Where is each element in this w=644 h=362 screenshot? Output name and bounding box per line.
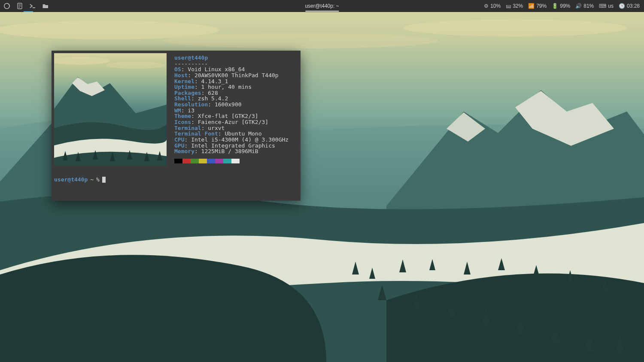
battery-icon: 🔋 bbox=[552, 3, 558, 9]
neofetch-separator: ---------- bbox=[174, 61, 296, 67]
svg-point-2 bbox=[404, 19, 627, 36]
prompt-userhost: user@t440p bbox=[54, 177, 88, 183]
neofetch-line-gpu: GPU: Intel Integrated Graphics bbox=[174, 143, 296, 149]
neofetch-line-uptime: Uptime: 1 hour, 40 mins bbox=[174, 84, 296, 90]
neofetch-line-terminal-font: Terminal Font: Ubuntu Mono bbox=[174, 131, 296, 137]
terminal-icon[interactable] bbox=[29, 3, 36, 9]
neofetch-image bbox=[54, 53, 167, 166]
active-app-indicator bbox=[24, 11, 33, 12]
color-swatch bbox=[182, 159, 191, 163]
top-panel: user@t440p: ~ ⚙10% 🖴32% 📶79% 🔋99% 🔊81% ⌨… bbox=[0, 0, 644, 12]
neofetch-color-swatches bbox=[174, 159, 296, 163]
wifi-icon: 📶 bbox=[528, 3, 535, 9]
color-swatch bbox=[223, 159, 231, 163]
text-editor-icon[interactable] bbox=[16, 3, 23, 9]
neofetch-line-cpu: CPU: Intel i5-4300M (4) @ 3.300GHz bbox=[174, 137, 296, 143]
file-manager-icon[interactable] bbox=[42, 3, 49, 9]
color-swatch bbox=[231, 159, 240, 163]
neofetch-line-icons: Icons: Faience-Azur [GTK2/3] bbox=[174, 119, 296, 125]
battery-status[interactable]: 🔋99% bbox=[552, 3, 570, 9]
color-swatch bbox=[199, 159, 207, 163]
clock-icon: 🕒 bbox=[619, 3, 625, 9]
neofetch-line-os: OS: Void Linux x86_64 bbox=[174, 66, 296, 72]
window-title: user@t440p: ~ bbox=[305, 0, 339, 12]
color-swatch bbox=[215, 159, 223, 163]
color-swatch bbox=[191, 159, 199, 163]
volume-status[interactable]: 🔊81% bbox=[575, 3, 594, 9]
neofetch-line-kernel: Kernel: 4.14.3_1 bbox=[174, 78, 296, 84]
color-swatch bbox=[174, 159, 182, 163]
disk-status[interactable]: 🖴32% bbox=[506, 3, 523, 9]
svg-point-9 bbox=[54, 57, 110, 65]
svg-point-1 bbox=[163, 33, 438, 48]
disk-icon: 🖴 bbox=[506, 3, 511, 9]
cursor-block bbox=[102, 177, 106, 183]
neofetch-userhost: user@t440p bbox=[174, 54, 208, 61]
neofetch-line-theme: Theme: Xfce-flat [GTK2/3] bbox=[174, 113, 296, 119]
cpu-icon: ⚙ bbox=[484, 3, 489, 9]
terminal-window[interactable]: user@t440p ---------- OS: Void Linux x86… bbox=[52, 51, 301, 201]
neofetch-line-host: Host: 20AWS0VK00 ThinkPad T440p bbox=[174, 72, 296, 78]
prompt-symbol: % bbox=[96, 177, 100, 183]
volume-icon: 🔊 bbox=[575, 3, 582, 9]
keyboard-icon: ⌨ bbox=[599, 3, 606, 9]
window-title-underline bbox=[305, 11, 339, 12]
cpu-status[interactable]: ⚙10% bbox=[484, 3, 501, 9]
neofetch-line-memory: Memory: 1225MiB / 3896MiB bbox=[174, 148, 296, 154]
neofetch-line-wm: WM: i3 bbox=[174, 108, 296, 114]
neofetch-line-packages: Packages: 628 bbox=[174, 90, 296, 96]
keyboard-layout[interactable]: ⌨us bbox=[599, 3, 614, 9]
neofetch-output: user@t440p ---------- OS: Void Linux x86… bbox=[174, 55, 296, 163]
clock[interactable]: 🕒03:28 bbox=[619, 3, 640, 9]
color-swatch bbox=[207, 159, 215, 163]
wifi-status[interactable]: 📶79% bbox=[528, 3, 547, 9]
neofetch-line-shell: Shell: zsh 5.4.2 bbox=[174, 96, 296, 102]
prompt-cwd: ~ bbox=[90, 177, 94, 183]
neofetch-line-resolution: Resolution: 1600x900 bbox=[174, 102, 296, 108]
shell-prompt[interactable]: user@t440p ~ % bbox=[54, 177, 106, 183]
firefox-icon[interactable] bbox=[3, 3, 10, 9]
svg-point-10 bbox=[106, 62, 166, 69]
neofetch-line-terminal: Terminal: urxvt bbox=[174, 125, 296, 131]
